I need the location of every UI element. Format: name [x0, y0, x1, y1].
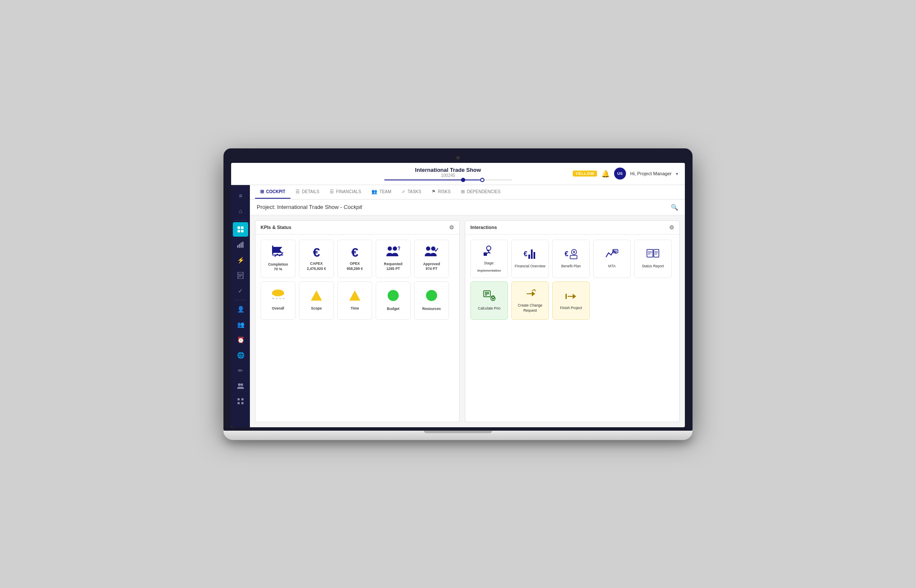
- sidebar-item-lightning[interactable]: ⚡: [233, 253, 248, 267]
- interactions-panel-body: Stage: Implementation €: [465, 235, 679, 325]
- page-title: Project: International Trade Show - Cock…: [257, 204, 362, 210]
- laptop-base: [223, 431, 693, 440]
- svg-rect-50: [570, 255, 577, 259]
- change-request-label: Create Change Request: [512, 303, 548, 313]
- sidebar-item-grid[interactable]: [233, 394, 248, 408]
- sidebar-item-clock[interactable]: ⏰: [233, 333, 248, 347]
- requested-label: Requested1265 PT: [384, 262, 402, 271]
- stage-sublabel: Implementation: [477, 269, 501, 272]
- tab-details[interactable]: ☰ DETAILS: [290, 185, 325, 199]
- kpi-card-opex[interactable]: € OPEX958,289 €: [337, 240, 372, 278]
- scope-label: Scope: [311, 306, 322, 311]
- tab-team[interactable]: 👥 TEAM: [366, 185, 397, 199]
- status-report-icon: [646, 249, 660, 261]
- dep-tab-label: DEPENDENCIES: [467, 189, 501, 194]
- svg-rect-3: [241, 230, 243, 232]
- header-center: International Trade Show 100245: [323, 167, 573, 180]
- tab-cockpit[interactable]: ⊞ COCKPIT: [255, 185, 290, 199]
- svg-line-28: [272, 298, 274, 299]
- benefit-icon: €: [564, 249, 578, 261]
- sidebar-item-chart[interactable]: [233, 238, 248, 252]
- kpi-card-capex[interactable]: € CAPEX2,476,920 €: [299, 240, 334, 278]
- svg-point-38: [487, 246, 491, 250]
- sidebar-item-menu[interactable]: ≡: [233, 188, 248, 203]
- kpi-card-approved[interactable]: Approved974 PT: [414, 240, 449, 278]
- approved-label: Approved974 PT: [423, 262, 440, 271]
- kpi-grid: Completion70 % € CAPEX2,476,920 €: [261, 240, 454, 320]
- interaction-card-stage[interactable]: Stage: Implementation: [470, 240, 508, 278]
- tab-dependencies[interactable]: ⊞ DEPENDENCIES: [456, 185, 506, 199]
- interaction-card-calc-prio[interactable]: Calculate Prio: [470, 281, 508, 320]
- tab-financials[interactable]: ☰ FINANCIALS: [325, 185, 366, 199]
- interaction-card-benefit[interactable]: € Benefit Plan: [552, 240, 590, 278]
- status-badge: YELLOW: [573, 171, 597, 177]
- kpi-card-requested[interactable]: ? Requested1265 PT: [376, 240, 411, 278]
- sidebar-divider: [235, 220, 246, 220]
- risks-tab-icon: ⚑: [432, 189, 436, 194]
- page-header: Project: International Trade Show - Cock…: [250, 200, 685, 215]
- completion-label: Completion70 %: [268, 262, 288, 272]
- progress-line: [384, 180, 512, 180]
- tab-tasks[interactable]: ✓ TASKS: [397, 185, 426, 199]
- progress-dot-2: [480, 178, 484, 182]
- kpi-card-budget[interactable]: Budget: [376, 281, 411, 320]
- svg-rect-16: [238, 402, 240, 404]
- sidebar-item-report[interactable]: [233, 268, 248, 283]
- sidebar-item-check[interactable]: ✓: [233, 284, 248, 298]
- svg-rect-54: [647, 249, 653, 257]
- mta-icon: [605, 249, 619, 261]
- capex-icon: €: [313, 246, 320, 259]
- resources-icon: [425, 289, 438, 304]
- svg-rect-1: [241, 226, 243, 229]
- interaction-card-mta[interactable]: MTA: [593, 240, 631, 278]
- interaction-card-finish-project[interactable]: Finish Project: [552, 281, 590, 320]
- tasks-tab-icon: ✓: [402, 189, 406, 194]
- kpis-panel-title: KPIs & Status: [261, 225, 291, 230]
- sidebar-item-globe[interactable]: 🌐: [233, 348, 248, 362]
- sidebar-item-projects[interactable]: [233, 222, 248, 237]
- project-title: International Trade Show: [323, 167, 573, 173]
- financials-tab-label: FINANCIALS: [336, 189, 361, 194]
- scope-icon: [310, 290, 323, 304]
- mta-label: MTA: [608, 264, 615, 269]
- search-button[interactable]: 🔍: [671, 204, 678, 211]
- interaction-card-change-request[interactable]: Create Change Request: [511, 281, 549, 320]
- cockpit-tab-icon: ⊞: [260, 189, 264, 194]
- svg-rect-4: [237, 245, 238, 248]
- svg-rect-45: [528, 255, 530, 259]
- chevron-down-icon[interactable]: ▾: [676, 171, 678, 176]
- kpi-card-overall[interactable]: Overall: [261, 281, 296, 320]
- svg-line-41: [489, 252, 490, 253]
- calc-prio-label: Calculate Prio: [478, 306, 501, 311]
- kpi-card-resources[interactable]: Resources: [414, 281, 449, 320]
- sidebar-item-edit[interactable]: ✏: [233, 363, 248, 378]
- kpi-card-completion[interactable]: Completion70 %: [261, 240, 296, 278]
- bell-icon[interactable]: 🔔: [601, 170, 610, 178]
- top-header: International Trade Show 100245 YELLOW: [231, 163, 685, 185]
- details-tab-label: DETAILS: [302, 189, 319, 194]
- interaction-card-financial[interactable]: € Financial Overview: [511, 240, 549, 278]
- svg-line-31: [283, 298, 284, 299]
- status-report-label: Status Report: [642, 264, 664, 269]
- svg-marker-68: [568, 294, 576, 299]
- sidebar-item-group[interactable]: 👥: [233, 317, 248, 332]
- team-tab-icon: 👥: [371, 189, 377, 194]
- kpi-card-scope[interactable]: Scope: [299, 281, 334, 320]
- opex-icon: €: [351, 246, 359, 259]
- kpi-card-time[interactable]: Time: [337, 281, 372, 320]
- capex-label: CAPEX2,476,920 €: [307, 261, 326, 271]
- tab-bar: ⊞ COCKPIT ☰ DETAILS ☰ FINANCIALS: [250, 185, 685, 200]
- interaction-card-status-report[interactable]: Status Report: [634, 240, 672, 278]
- main-content: KPIs & Status ⚙: [250, 215, 685, 427]
- interactions-settings-icon[interactable]: ⚙: [669, 224, 674, 231]
- kpis-settings-icon[interactable]: ⚙: [449, 224, 454, 231]
- svg-point-35: [426, 290, 437, 301]
- sidebar-item-team[interactable]: [233, 379, 248, 393]
- svg-line-30: [279, 298, 281, 299]
- svg-marker-19: [273, 247, 282, 253]
- interactions-panel: Interactions ⚙: [465, 220, 680, 422]
- sidebar-item-home[interactable]: ⌂: [233, 204, 248, 218]
- sidebar-item-person[interactable]: 👤: [233, 302, 248, 316]
- svg-text:€: €: [524, 250, 528, 258]
- tab-risks[interactable]: ⚑ RISKS: [426, 185, 456, 199]
